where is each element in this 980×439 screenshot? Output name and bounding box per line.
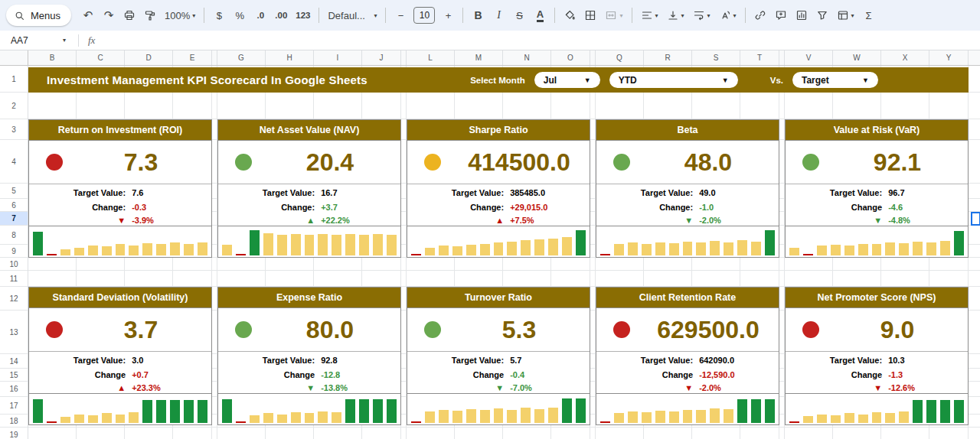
merge-cells-button[interactable]: ▾ — [601, 5, 626, 25]
zoom-dropdown[interactable]: 100% ▾ — [161, 5, 199, 25]
text-rotation-button[interactable]: ▾ — [715, 5, 740, 25]
create-filter-button[interactable] — [812, 5, 832, 25]
target-row: Target Value: 642090.0 — [596, 353, 779, 368]
trend-percent: -3.9% — [126, 216, 154, 225]
column-header[interactable]: T — [740, 50, 779, 65]
trend-icon: ▲ — [29, 383, 126, 392]
row-header[interactable]: 6 — [0, 199, 28, 212]
column-header[interactable]: W — [833, 50, 881, 65]
menus-button[interactable]: Menus — [6, 5, 71, 26]
text-color-icon: A — [537, 8, 544, 22]
column-header[interactable]: N — [503, 50, 551, 65]
row-header[interactable]: 15 — [0, 369, 28, 382]
column-header[interactable] — [212, 50, 217, 65]
row-header[interactable]: 3 — [0, 119, 28, 140]
row-header[interactable]: 7 — [0, 212, 28, 226]
column-header[interactable]: X — [881, 50, 929, 65]
sparkline-chart — [218, 394, 400, 424]
column-header[interactable] — [779, 50, 785, 65]
column-header[interactable]: O — [551, 50, 590, 65]
fill-color-button[interactable] — [560, 5, 580, 25]
insert-chart-button[interactable] — [792, 5, 812, 25]
column-header[interactable]: L — [407, 50, 455, 65]
column-header[interactable] — [590, 50, 596, 65]
redo-button[interactable]: ↷ — [99, 5, 119, 25]
sparkline-chart — [596, 394, 779, 424]
paint-format-button[interactable] — [140, 5, 160, 25]
bold-button[interactable]: B — [468, 5, 488, 25]
change-value: +0.7 — [126, 370, 149, 379]
decrease-font-size-button[interactable]: − — [390, 5, 410, 25]
change-value: +3.7 — [315, 203, 338, 212]
column-header[interactable]: E — [173, 50, 212, 65]
functions-button[interactable]: Σ — [859, 5, 879, 25]
more-formats-button[interactable]: 123 — [292, 5, 314, 25]
select-all-corner[interactable] — [0, 50, 28, 66]
horizontal-align-button[interactable]: ▾ — [637, 5, 662, 25]
column-header[interactable]: B — [28, 50, 77, 65]
vertical-align-button[interactable]: ▾ — [663, 5, 688, 25]
kpi-card-header: Return on Investment (ROI) — [29, 120, 211, 141]
row-header[interactable]: 19 — [0, 428, 28, 439]
column-header[interactable]: R — [644, 50, 692, 65]
italic-button[interactable]: I — [488, 5, 508, 25]
row-header[interactable]: 8 — [0, 226, 28, 245]
insert-link-button[interactable] — [750, 5, 770, 25]
text-wrapping-button[interactable]: ▾ — [689, 5, 714, 25]
borders-button[interactable] — [580, 5, 600, 25]
sparkline-bar — [600, 254, 610, 255]
row-header[interactable]: 1 — [0, 66, 28, 93]
strikethrough-button[interactable]: S — [509, 5, 529, 25]
format-percent-button[interactable]: % — [230, 5, 250, 25]
increase-decimal-button[interactable]: .00 — [271, 5, 291, 25]
increase-font-size-button[interactable]: + — [438, 5, 458, 25]
sparkline-bar — [345, 234, 355, 255]
print-button[interactable] — [119, 5, 139, 25]
column-header[interactable]: J — [362, 50, 401, 65]
column-header[interactable]: G — [217, 50, 266, 65]
row-header[interactable]: 10 — [0, 258, 28, 271]
column-header[interactable]: Q — [596, 50, 644, 65]
row-header[interactable]: 9 — [0, 245, 28, 258]
font-size-input[interactable]: 10 — [413, 7, 435, 24]
row-header[interactable]: 4 — [0, 140, 28, 184]
sparkline-bar — [170, 242, 180, 255]
row-header[interactable]: 17 — [0, 397, 28, 415]
column-header[interactable]: D — [125, 50, 173, 65]
sparkline-bar — [222, 399, 232, 424]
row-header[interactable]: 14 — [0, 354, 28, 369]
column-header[interactable]: C — [77, 50, 125, 65]
redo-icon: ↷ — [104, 8, 114, 22]
decrease-decimal-button[interactable]: .0 — [250, 5, 270, 25]
row-header[interactable]: 16 — [0, 382, 28, 397]
column-header[interactable]: I — [314, 50, 362, 65]
month-dropdown[interactable]: Jul ▼ — [534, 72, 600, 88]
font-dropdown[interactable]: Defaul... ▾ — [324, 5, 381, 25]
row-header[interactable]: 2 — [0, 93, 28, 119]
change-value: -12.8 — [315, 370, 340, 379]
target-label: Target Value: — [596, 356, 693, 365]
row-header[interactable]: 12 — [0, 287, 28, 311]
text-color-button[interactable]: A — [530, 5, 550, 25]
compare-dropdown[interactable]: Target ▼ — [792, 72, 878, 88]
column-header[interactable] — [401, 50, 407, 65]
column-header[interactable]: H — [266, 50, 314, 65]
table-views-button[interactable]: ▾ — [833, 5, 858, 25]
insert-comment-button[interactable] — [771, 5, 791, 25]
column-header[interactable]: S — [692, 50, 740, 65]
row-header[interactable]: 11 — [0, 271, 28, 287]
period-dropdown[interactable]: YTD ▼ — [609, 72, 738, 88]
row-header[interactable]: 18 — [0, 415, 28, 428]
column-header[interactable]: Y — [929, 50, 969, 65]
column-header[interactable]: V — [785, 50, 833, 65]
column-header[interactable]: M — [455, 50, 503, 65]
undo-button[interactable]: ↶ — [78, 5, 98, 25]
row-header[interactable]: 5 — [0, 184, 28, 199]
sparkline-bar — [184, 400, 194, 423]
name-box[interactable]: AA7 ▾ — [11, 35, 66, 46]
format-currency-button[interactable]: $ — [209, 5, 229, 25]
google-sheets-app: Menus ↶ ↷ 100% ▾ $ % .0 .00 123 Defaul..… — [0, 0, 980, 439]
sparkline-bar — [507, 410, 517, 424]
decrease-decimal-icon: .0 — [257, 11, 265, 20]
row-header[interactable]: 13 — [0, 311, 28, 354]
